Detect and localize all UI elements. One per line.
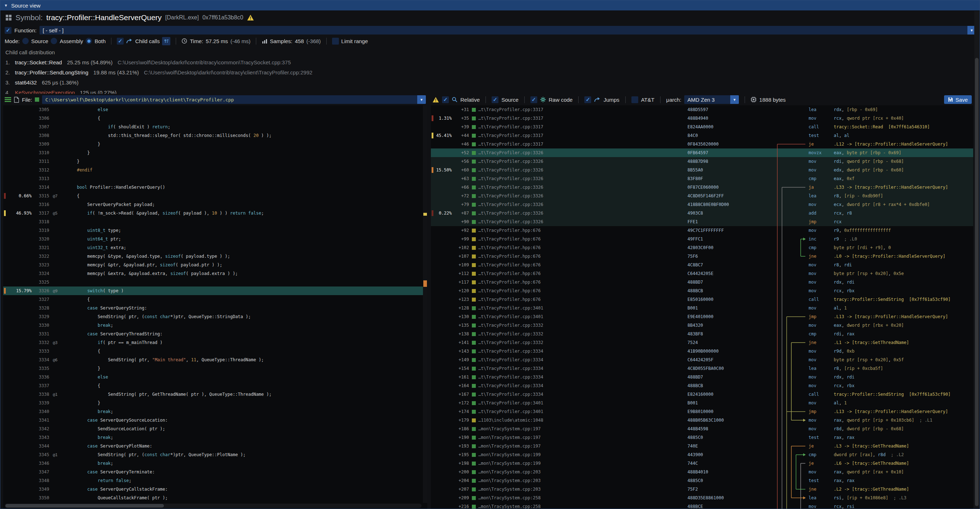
source-line[interactable]: 0.66%3315@7 { (3, 192, 427, 200)
source-line[interactable]: 3305 else (3, 105, 427, 114)
source-line[interactable]: 3334@6 SendString( ptr, "Main thread", 1… (3, 356, 427, 364)
asm-row[interactable]: +117…t\TracyProfiler.hpp:676488BD7movrdx… (431, 278, 973, 286)
child-call-entry[interactable]: 1.tracy::Socket::Read25.25 ms (54.89%)C:… (5, 57, 975, 67)
asm-row[interactable]: +193…mon\TracySystem.cpp:197740Eje.L3 ->… (431, 442, 973, 450)
asm-row[interactable]: +179…1103\include\atomic:1048488B05B63C1… (431, 416, 973, 425)
function-combo[interactable]: [ - self - ] ▼ (40, 26, 976, 35)
radio-assembly[interactable] (51, 38, 57, 44)
window-vertical-scrollbar[interactable] (974, 11, 979, 507)
asm-row[interactable]: +46…t\TracyProfiler.cpp:33170F8435020000… (431, 140, 973, 148)
asm-row[interactable]: +172…t\TracyProfiler.cpp:3401B001moval, … (431, 399, 973, 407)
child-call-entry[interactable]: 4.KeSynchronizeExecution125 μs (0.27%) (5, 87, 975, 94)
function-checkbox[interactable] (5, 27, 11, 34)
source-checkbox[interactable] (492, 96, 498, 103)
asm-row[interactable]: +128…t\TracyProfiler.cpp:3401B001moval, … (431, 304, 973, 312)
source-line[interactable]: 3332@3 if( ptr == m_mainThread ) (3, 338, 427, 347)
asm-row[interactable]: +198…mon\TracySystem.cpp:199744Cje.L6 ->… (431, 459, 973, 468)
source-line[interactable]: 3338@1 SendString( ptr, GetThreadName( p… (3, 390, 427, 399)
source-line[interactable]: 15.79%3326@9 switch( type ) (3, 286, 427, 295)
source-line[interactable]: 3342 SendSourceLocation( ptr ); (3, 425, 427, 433)
child-calls-sort-button[interactable] (162, 37, 170, 45)
asm-row[interactable]: +141…t\TracyProfiler.cpp:33327524jne.L1 … (431, 338, 973, 347)
asm-row[interactable]: +130…t\TracyProfiler.cpp:3401E9E4010000j… (431, 312, 973, 321)
source-line[interactable]: 3316 ServerQueryPacket payload; (3, 200, 427, 209)
source-line[interactable]: 3336 else (3, 373, 427, 382)
asm-row[interactable]: +186…mon\TracySystem.cpp:197448B4598movr… (431, 425, 973, 433)
asm-row[interactable]: +135…t\TracyProfiler.cpp:33328B4320movea… (431, 321, 973, 329)
source-line[interactable]: 3313 (3, 174, 427, 183)
jumps-checkbox[interactable] (584, 96, 591, 103)
asm-row[interactable]: +109…t\TracyProfiler.hpp:6764C8BC7movr8,… (431, 261, 973, 269)
child-calls-checkbox[interactable] (117, 38, 124, 45)
asm-row[interactable]: +120…t\TracyProfiler.hpp:676488BCBmovrcx… (431, 286, 973, 295)
source-files-icon[interactable] (5, 97, 11, 102)
asm-row[interactable]: +209…mon\TracySystem.cpp:258488D35E88610… (431, 493, 973, 502)
source-line[interactable]: 3347 case ServerQueryTerminate: (3, 468, 427, 476)
asm-row[interactable]: +79…t\TracyProfiler.cpp:3326418B8C80E0BF… (431, 200, 973, 209)
asm-row[interactable]: +164…t\TracyProfiler.cpp:3334488BCBmovrc… (431, 382, 973, 390)
collapse-arrow-icon[interactable]: ▼ (4, 3, 8, 8)
asm-row[interactable]: +31…t\TracyProfiler.cpp:3317488D5597lear… (431, 105, 973, 114)
asm-row[interactable]: +99…t\TracyProfiler.hpp:67649FFC1incr9 ;… (431, 235, 973, 243)
source-line[interactable]: 3344 case ServerQueryPlotName: (3, 442, 427, 450)
titlebar[interactable]: ▼ Source view (0, 0, 980, 10)
file-combo[interactable]: C:\Users\wolf\Desktop\darkrl\contrib\tra… (42, 95, 426, 104)
warning-icon[interactable] (247, 14, 254, 21)
asm-row[interactable]: 1.31%+35…t\TracyProfiler.cpp:3317488B494… (431, 114, 973, 122)
asm-row[interactable]: 0.22%+87…t\TracyProfiler.cpp:33264903C8a… (431, 209, 973, 218)
asm-row[interactable]: +63…t\TracyProfiler.cpp:332683F80Fcmpeax… (431, 174, 973, 183)
source-line[interactable]: 3341 case ServerQuerySourceLocation: (3, 416, 427, 425)
source-line[interactable]: 3349 case ServerQueryCallstackFrame: (3, 485, 427, 493)
source-line[interactable]: 3318 (3, 218, 427, 226)
source-line[interactable]: 3314 bool Profiler::HandleServerQuery() (3, 183, 427, 192)
source-line[interactable]: 3335 } (3, 364, 427, 373)
asm-row[interactable]: +112…t\TracyProfiler.hpp:676C64424205Emo… (431, 269, 973, 278)
source-line[interactable]: 3308 std::this_thread::sleep_for( std::c… (3, 131, 427, 140)
child-call-entry[interactable]: 2.tracy::Profiler::SendLongString19.88 m… (5, 67, 975, 77)
asm-row[interactable]: +207…mon\TracySystem.cpp:20375F2jne.L2 -… (431, 485, 973, 493)
asm-row[interactable]: +216…mon\TracySystem.cpp:258488BCEmovrcx… (431, 502, 973, 509)
scrollbar-thumb[interactable] (5, 504, 164, 507)
source-vertical-scrollbar[interactable] (423, 105, 427, 503)
asm-row[interactable]: +149…t\TracyProfiler.cpp:3334C64424205Fm… (431, 356, 973, 364)
radio-both[interactable] (86, 38, 92, 44)
asm-row[interactable]: +190…mon\TracySystem.cpp:1974885C0testra… (431, 433, 973, 442)
asm-row[interactable]: +123…t\TracyProfiler.hpp:676E850160000ca… (431, 295, 973, 304)
asm-row[interactable]: +92…t\TracyProfiler.hpp:67649C7C1FFFFFFF… (431, 226, 973, 235)
source-line[interactable]: 3324 memcpy( &extra, &payload.extra, siz… (3, 269, 427, 278)
source-line[interactable]: 3345@1 SendString( ptr, (const char*)ptr… (3, 450, 427, 459)
limit-range-checkbox[interactable] (332, 38, 339, 45)
warning-icon[interactable] (432, 97, 439, 103)
asm-row[interactable]: +167…t\TracyProfiler.cpp:3334E824160000c… (431, 390, 973, 399)
source-line[interactable]: 3312 #endif (3, 166, 427, 174)
source-line[interactable]: 3327 { (3, 295, 427, 304)
source-line[interactable]: 3307 if( shouldExit ) return; (3, 122, 427, 131)
raw-code-checkbox[interactable] (530, 96, 537, 103)
source-line[interactable]: 3319 uint8_t type; (3, 226, 427, 235)
asm-row[interactable]: +204…mon\TracySystem.cpp:2034885C0testra… (431, 476, 973, 485)
source-line[interactable]: 3350 QueueCallstackFrame( ptr ); (3, 493, 427, 502)
asm-row[interactable]: +66…t\TracyProfiler.cpp:33260F87CE060000… (431, 183, 973, 192)
source-line[interactable]: 3340 break; (3, 407, 427, 416)
asm-row[interactable]: +161…t\TracyProfiler.cpp:3334488BD7movrd… (431, 373, 973, 382)
chevron-down-icon[interactable]: ▼ (417, 95, 426, 104)
asm-row[interactable]: +143…t\TracyProfiler.cpp:333441B90B00000… (431, 347, 973, 356)
save-button[interactable]: Save (944, 95, 972, 104)
asm-row[interactable]: +72…t\TracyProfiler.cpp:33264C8D05F146F2… (431, 192, 973, 200)
source-line[interactable]: 3311 } (3, 157, 427, 166)
source-line[interactable]: 3323 memcpy( &ptr, &payload.ptr, sizeof(… (3, 261, 427, 269)
asm-row[interactable]: +90…t\TracyProfiler.cpp:3326FFE1jmprcx (431, 218, 973, 226)
asm-row[interactable]: +52…t\TracyProfiler.cpp:33260FB64597movz… (431, 148, 973, 157)
source-line[interactable]: 3337 { (3, 382, 427, 390)
source-line[interactable]: 3329 SendString( ptr, (const char*)ptr, … (3, 312, 427, 321)
asm-row[interactable]: 15.50%+60…t\TracyProfiler.cpp:33268B55A0… (431, 166, 973, 174)
asm-row[interactable]: +154…t\TracyProfiler.cpp:33344C8D055FBA0… (431, 364, 973, 373)
source-line[interactable]: 3348 return false; (3, 476, 427, 485)
asm-row[interactable]: +107…t\TracyProfiler.hpp:67675F6jne.L0 -… (431, 252, 973, 261)
source-line[interactable]: 3328 case ServerQueryString: (3, 304, 427, 312)
source-line[interactable]: 3322 memcpy( &type, &payload.type, sizeo… (3, 252, 427, 261)
source-line[interactable]: 3321 uint32_t extra; (3, 243, 427, 252)
child-call-entry[interactable]: 3.stat64i32625 μs (1.36%) (5, 77, 975, 87)
source-horizontal-scrollbar[interactable] (5, 504, 422, 508)
scrollbar-thumb[interactable] (975, 58, 978, 506)
